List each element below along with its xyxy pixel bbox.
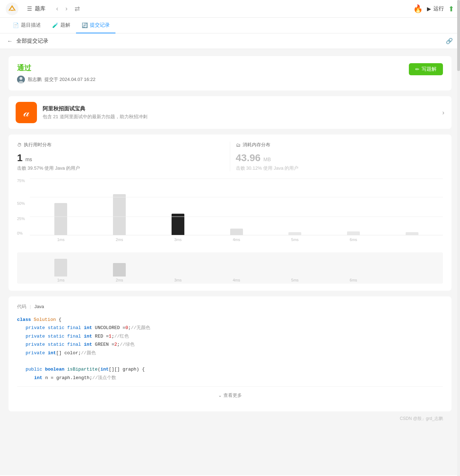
svg-point-2 bbox=[20, 77, 22, 80]
result-card: 通过 殷志鹏 提交于 2024.04.07 16:22 ✏ 写题解 bbox=[9, 56, 451, 91]
divider: | bbox=[30, 304, 31, 309]
memory-stats-header: 🗂 消耗内存分布 bbox=[236, 142, 438, 148]
tab-submission-label: 提交记录 bbox=[90, 22, 110, 28]
write-solution-button[interactable]: ✏ 写题解 bbox=[409, 63, 443, 75]
write-solution-label: 写题解 bbox=[422, 66, 437, 72]
code-header: 代码 | Java bbox=[17, 303, 443, 310]
submission-icon: 🔄 bbox=[82, 22, 88, 28]
ad-content: 阿里秋招面试宝典 包含 21 道阿里面试中的最新力扣题，助力秋招冲刺 bbox=[43, 105, 437, 120]
next-button[interactable]: › bbox=[63, 4, 70, 14]
submission-header-title: 全部提交记录 bbox=[16, 38, 442, 44]
stats-grid: ⏱ 执行用时分布 1 ms 击败 39.57% 使用 Java 的用户 🗂 消耗… bbox=[17, 142, 443, 171]
submitted-at: 提交于 2024.04.07 16:22 bbox=[44, 76, 96, 83]
time-stats-header: ⏱ 执行用时分布 bbox=[17, 142, 224, 148]
tab-solution[interactable]: 🧪 题解 bbox=[47, 18, 76, 33]
memory-stats-title: 消耗内存分布 bbox=[243, 142, 270, 148]
tab-description[interactable]: 📄 题目描述 bbox=[7, 18, 47, 33]
shuffle-button[interactable]: ⇄ bbox=[72, 4, 82, 14]
time-stats-title: 执行用时分布 bbox=[24, 142, 52, 148]
code-line-4: private static final int GREEN = 2 ; //绿… bbox=[17, 340, 443, 349]
mini-x-3ms: 3ms bbox=[154, 278, 202, 282]
mini-bar-2 bbox=[113, 263, 126, 277]
upload-button[interactable]: ⬆ bbox=[448, 5, 454, 13]
kw-class: class bbox=[17, 316, 31, 324]
ad-desc: 包含 21 道阿里面试中的最新力扣题，助力秋招冲刺 bbox=[43, 114, 437, 120]
svg-point-0 bbox=[6, 2, 18, 15]
view-more-button[interactable]: ⌄ 查看更多 bbox=[17, 386, 443, 404]
link-icon[interactable]: 🔗 bbox=[446, 38, 453, 44]
play-icon: ▶ bbox=[427, 6, 431, 12]
run-button[interactable]: ▶ 运行 bbox=[427, 5, 444, 12]
code-line-3: private static final int RED = 1 ; //红色 bbox=[17, 332, 443, 340]
code-line-1: class Solution { bbox=[17, 316, 443, 324]
ad-title: 阿里秋招面试宝典 bbox=[43, 105, 437, 112]
footer: CSDN @殷」grd_志鹏 bbox=[9, 411, 451, 426]
solution-icon: 🧪 bbox=[52, 22, 58, 28]
clock-icon: ⏱ bbox=[17, 142, 22, 148]
x-label-6ms: 6ms bbox=[330, 237, 378, 242]
list-icon: ☰ bbox=[27, 5, 32, 12]
view-more-label: 查看更多 bbox=[223, 393, 242, 398]
code-label: 代码 bbox=[17, 304, 26, 309]
memory-stats-beat: 击败 30.12% 使用 Java 的用户 bbox=[236, 165, 438, 171]
description-icon: 📄 bbox=[13, 22, 19, 28]
y-label-75: 75% bbox=[17, 179, 25, 183]
code-line-7: int n = graph.length; //顶点个数 bbox=[17, 374, 443, 382]
time-stats-beat: 击败 39.57% 使用 Java 的用户 bbox=[17, 165, 224, 171]
mini-bar-1 bbox=[54, 259, 67, 277]
mini-x-5ms: 5ms bbox=[271, 278, 319, 282]
mini-x-2ms: 2ms bbox=[96, 278, 144, 282]
navbar: ☰ 题库 ‹ › ⇄ 🔥 ▶ 运行 ⬆ bbox=[0, 0, 460, 18]
tab-submission[interactable]: 🔄 提交记录 bbox=[76, 18, 115, 33]
mini-x-empty bbox=[388, 278, 436, 282]
tab-solution-label: 题解 bbox=[60, 22, 70, 28]
stats-card: ⏱ 执行用时分布 1 ms 击败 39.57% 使用 Java 的用户 🗂 消耗… bbox=[9, 135, 451, 291]
code-line-empty bbox=[17, 357, 443, 365]
code-line-2: private static final int UNCOLORED = 0 ;… bbox=[17, 324, 443, 332]
submission-header: ← 全部提交记录 🔗 bbox=[0, 33, 460, 49]
x-label-3ms: 3ms bbox=[154, 237, 202, 242]
main-content: 通过 殷志鹏 提交于 2024.04.07 16:22 ✏ 写题解 bbox=[0, 49, 460, 475]
code-section: 代码 | Java class Solution { private stati… bbox=[9, 296, 451, 411]
memory-stats-section: 🗂 消耗内存分布 43.96 MB 击败 30.12% 使用 Java 的用户 bbox=[230, 142, 443, 171]
y-label-25: 25% bbox=[17, 217, 25, 221]
mini-chart: 1ms 2ms 3ms 4ms 5ms 6ms bbox=[17, 252, 443, 284]
code-line-5: private int [] color; //颜色 bbox=[17, 349, 443, 357]
bar-1 bbox=[54, 203, 67, 235]
bar-5 bbox=[288, 232, 301, 235]
bar-7 bbox=[406, 232, 418, 235]
mini-x-6ms: 6ms bbox=[330, 278, 378, 282]
navbar-center: ☰ 题库 ‹ › ⇄ bbox=[27, 4, 413, 14]
x-label-4ms: 4ms bbox=[212, 237, 260, 242]
time-stats-section: ⏱ 执行用时分布 1 ms 击败 39.57% 使用 Java 的用户 bbox=[17, 142, 230, 171]
author-name: 殷志鹏 bbox=[28, 76, 42, 83]
code-block: class Solution { private static final in… bbox=[17, 316, 443, 382]
footer-text: CSDN @殷」grd_志鹏 bbox=[400, 416, 443, 421]
scrollbar[interactable] bbox=[457, 0, 460, 476]
chevron-down-icon: ⌄ bbox=[218, 393, 223, 398]
tab-description-label: 题目描述 bbox=[21, 22, 41, 28]
x-label-1ms: 1ms bbox=[37, 237, 85, 242]
memory-icon: 🗂 bbox=[236, 142, 240, 148]
bar-2 bbox=[113, 194, 126, 235]
chart-area: 75% 50% 25% 0% bbox=[17, 179, 443, 250]
mini-x-4ms: 4ms bbox=[212, 278, 260, 282]
result-status: 通过 bbox=[17, 63, 409, 73]
run-label: 运行 bbox=[433, 5, 444, 12]
fire-icon: 🔥 bbox=[413, 4, 423, 13]
edit-icon: ✏ bbox=[415, 66, 420, 72]
x-label-empty bbox=[388, 237, 436, 242]
result-meta: 殷志鹏 提交于 2024.04.07 16:22 bbox=[17, 76, 409, 83]
logo[interactable] bbox=[6, 2, 18, 15]
ad-card[interactable]: 𝒶 阿里秋招面试宝典 包含 21 道阿里面试中的最新力扣题，助力秋招冲刺 › bbox=[9, 96, 451, 129]
y-label-0: 0% bbox=[17, 231, 23, 235]
scrollbar-thumb[interactable] bbox=[457, 0, 460, 71]
prev-button[interactable]: ‹ bbox=[54, 4, 60, 14]
bar-4 bbox=[230, 229, 243, 235]
bar-3-active bbox=[172, 214, 184, 235]
avatar bbox=[17, 76, 25, 83]
back-button[interactable]: ← bbox=[7, 38, 13, 44]
ad-arrow-icon: › bbox=[442, 109, 444, 116]
code-lang: Java bbox=[34, 304, 44, 309]
navbar-right: 🔥 ▶ 运行 ⬆ bbox=[413, 4, 454, 13]
